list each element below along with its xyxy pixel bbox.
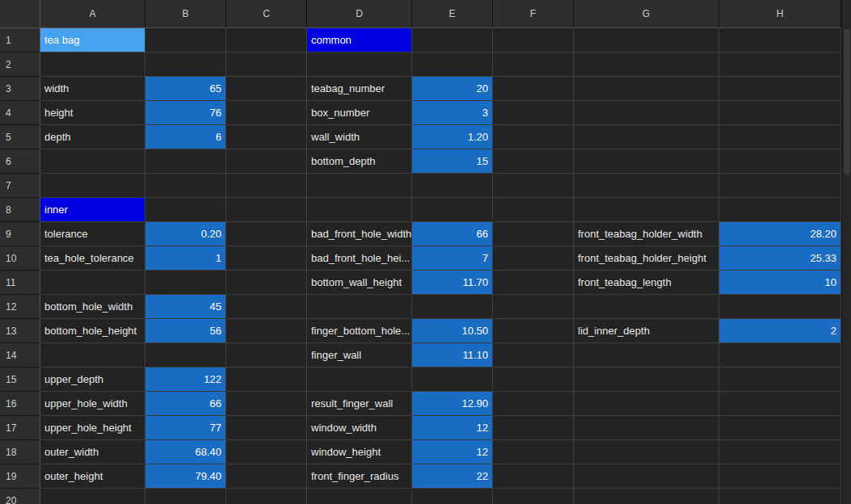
cell-G9[interactable]: front_teabag_holder_width <box>574 222 719 246</box>
cell-B10[interactable]: 1 <box>145 246 226 271</box>
cell-G5[interactable] <box>574 125 719 149</box>
cell-F12[interactable] <box>493 295 574 319</box>
cell-A15[interactable]: upper_depth <box>40 368 145 392</box>
cell-D14[interactable]: finger_wall <box>307 343 412 368</box>
cell-A2[interactable] <box>40 52 145 77</box>
cell-B7[interactable] <box>145 174 226 198</box>
cell-G8[interactable] <box>574 198 719 222</box>
cell-A20[interactable] <box>40 489 145 504</box>
cell-H11[interactable]: 10 <box>719 271 841 295</box>
vertical-scrollbar[interactable] <box>841 0 851 504</box>
cell-F20[interactable] <box>493 489 574 504</box>
cell-H12[interactable] <box>719 295 841 319</box>
row-header-16[interactable]: 16 <box>0 392 40 416</box>
row-header-4[interactable]: 4 <box>0 101 40 125</box>
cell-E10[interactable]: 7 <box>412 246 493 271</box>
cell-B2[interactable] <box>145 52 226 77</box>
cell-E12[interactable] <box>412 295 493 319</box>
cell-C3[interactable] <box>226 77 307 101</box>
cell-G16[interactable] <box>574 392 719 416</box>
cell-E9[interactable]: 66 <box>412 222 493 246</box>
row-header-11[interactable]: 11 <box>0 271 40 295</box>
cell-B4[interactable]: 76 <box>145 101 226 125</box>
cell-H13[interactable]: 2 <box>719 319 841 343</box>
cell-H7[interactable] <box>719 174 841 198</box>
cell-F14[interactable] <box>493 343 574 368</box>
cell-C1[interactable] <box>226 28 307 52</box>
cell-H4[interactable] <box>719 101 841 125</box>
row-header-20[interactable]: 20 <box>0 489 40 504</box>
column-header-G[interactable]: G <box>574 0 719 28</box>
cell-E15[interactable] <box>412 368 493 392</box>
cell-E5[interactable]: 1.20 <box>412 125 493 149</box>
cell-H18[interactable] <box>719 440 841 464</box>
row-header-15[interactable]: 15 <box>0 368 40 392</box>
row-header-8[interactable]: 8 <box>0 198 40 222</box>
cell-A10[interactable]: tea_hole_tolerance <box>40 246 145 271</box>
cell-C7[interactable] <box>226 174 307 198</box>
cell-A16[interactable]: upper_hole_width <box>40 392 145 416</box>
cell-F2[interactable] <box>493 52 574 77</box>
cell-H20[interactable] <box>719 489 841 504</box>
cell-D6[interactable]: bottom_depth <box>307 149 412 174</box>
cell-F19[interactable] <box>493 464 574 489</box>
cell-A7[interactable] <box>40 174 145 198</box>
cell-G10[interactable]: front_teabag_holder_height <box>574 246 719 271</box>
scrollbar-thumb[interactable] <box>844 29 850 174</box>
cell-G19[interactable] <box>574 464 719 489</box>
row-header-3[interactable]: 3 <box>0 77 40 101</box>
row-header-1[interactable]: 1 <box>0 28 40 52</box>
row-header-12[interactable]: 12 <box>0 295 40 319</box>
cell-F13[interactable] <box>493 319 574 343</box>
row-header-14[interactable]: 14 <box>0 343 40 368</box>
cell-E16[interactable]: 12.90 <box>412 392 493 416</box>
column-header-A[interactable]: A <box>40 0 145 28</box>
cell-A9[interactable]: tolerance <box>40 222 145 246</box>
cell-D1[interactable]: common <box>307 28 412 52</box>
cell-D2[interactable] <box>307 52 412 77</box>
cell-H8[interactable] <box>719 198 841 222</box>
cell-B8[interactable] <box>145 198 226 222</box>
cell-G13[interactable]: lid_inner_depth <box>574 319 719 343</box>
cell-B9[interactable]: 0.20 <box>145 222 226 246</box>
cell-H5[interactable] <box>719 125 841 149</box>
cell-H17[interactable] <box>719 416 841 440</box>
cell-B12[interactable]: 45 <box>145 295 226 319</box>
column-header-F[interactable]: F <box>493 0 574 28</box>
cell-C2[interactable] <box>226 52 307 77</box>
row-header-6[interactable]: 6 <box>0 149 40 174</box>
cell-B16[interactable]: 66 <box>145 392 226 416</box>
cell-E6[interactable]: 15 <box>412 149 493 174</box>
cell-H2[interactable] <box>719 52 841 77</box>
column-header-E[interactable]: E <box>412 0 493 28</box>
cell-B6[interactable] <box>145 149 226 174</box>
cell-C20[interactable] <box>226 489 307 504</box>
cell-H16[interactable] <box>719 392 841 416</box>
cell-C5[interactable] <box>226 125 307 149</box>
row-header-18[interactable]: 18 <box>0 440 40 464</box>
cell-E1[interactable] <box>412 28 493 52</box>
row-header-10[interactable]: 10 <box>0 246 40 271</box>
cell-F9[interactable] <box>493 222 574 246</box>
cell-B19[interactable]: 79.40 <box>145 464 226 489</box>
cell-A5[interactable]: depth <box>40 125 145 149</box>
cell-H3[interactable] <box>719 77 841 101</box>
cell-A14[interactable] <box>40 343 145 368</box>
cell-F6[interactable] <box>493 149 574 174</box>
cell-C14[interactable] <box>226 343 307 368</box>
cell-C13[interactable] <box>226 319 307 343</box>
cell-H9[interactable]: 28.20 <box>719 222 841 246</box>
cell-D20[interactable] <box>307 489 412 504</box>
cell-G7[interactable] <box>574 174 719 198</box>
cell-F11[interactable] <box>493 271 574 295</box>
cell-G14[interactable] <box>574 343 719 368</box>
cell-C4[interactable] <box>226 101 307 125</box>
cell-D10[interactable]: bad_front_hole_hei... <box>307 246 412 271</box>
cell-D9[interactable]: bad_front_hole_width <box>307 222 412 246</box>
cell-F16[interactable] <box>493 392 574 416</box>
cell-G12[interactable] <box>574 295 719 319</box>
cell-G18[interactable] <box>574 440 719 464</box>
cell-H19[interactable] <box>719 464 841 489</box>
cell-E17[interactable]: 12 <box>412 416 493 440</box>
cell-A19[interactable]: outer_height <box>40 464 145 489</box>
